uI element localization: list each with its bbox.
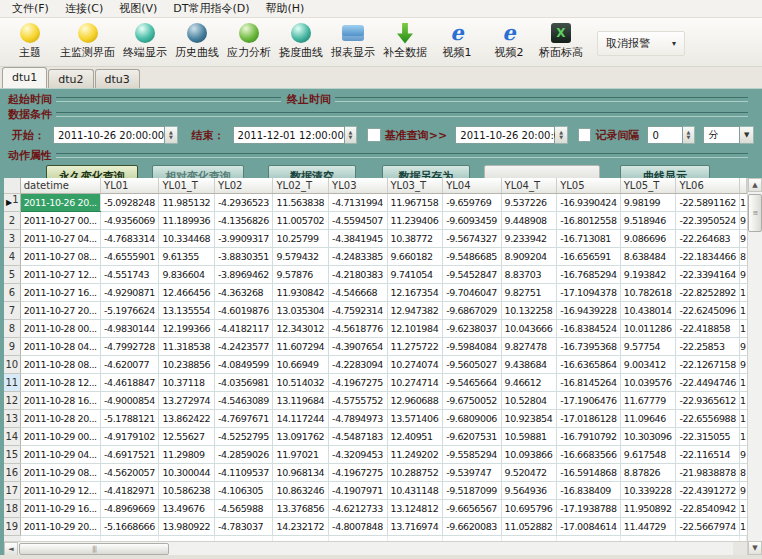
cell-YL02_T[interactable]: 14.117244 [273, 410, 329, 428]
cell-YL04[interactable]: -9.7046047 [443, 284, 501, 302]
toolbar-button-8[interactable]: e视频1 [431, 20, 483, 60]
cell-YL04[interactable]: -9.5452847 [443, 266, 501, 284]
cell-YL06[interactable]: -22.1834466 [676, 248, 740, 266]
cell-YL02_T[interactable]: 11.005702 [273, 212, 329, 230]
cell-YL03_T[interactable]: 9.741054 [387, 266, 443, 284]
cell-datetime[interactable]: 2011-10-28 16... [20, 392, 100, 410]
cell-YL02[interactable]: -4.2859026 [215, 446, 273, 464]
cell-YL01_T[interactable]: 12.55627 [159, 428, 215, 446]
cell-YL01_T[interactable]: 11.189936 [159, 212, 215, 230]
row-number[interactable]: 10 [4, 356, 20, 374]
row-number[interactable]: 19 [4, 518, 20, 536]
cell-YL04[interactable]: -9.6656567 [443, 500, 501, 518]
cell-YL06[interactable]: -22.3950524 [676, 212, 740, 230]
cell-YL05_T[interactable]: 8.638484 [620, 248, 676, 266]
column-header-YL06[interactable]: YL06 [676, 178, 740, 194]
cell-YL02_T[interactable]: 10.863246 [273, 482, 329, 500]
cell-YL03_T[interactable]: 10.38772 [387, 230, 443, 248]
cell-YL05[interactable]: -16.8012558 [557, 212, 621, 230]
cell-YL04_T[interactable]: 10.695796 [501, 500, 557, 518]
cell-YL06[interactable]: -22.264683 [676, 230, 740, 248]
cell-YL05[interactable]: -16.713081 [557, 230, 621, 248]
cell-YL02_T[interactable]: 10.514032 [273, 374, 329, 392]
cell-YL02_T[interactable]: 13.091762 [273, 428, 329, 446]
cell-YL05[interactable]: -17.1094378 [557, 284, 621, 302]
row-number[interactable]: 7 [4, 302, 20, 320]
cell-YL04[interactable]: -9.5984084 [443, 338, 501, 356]
cell-YL03[interactable]: -4.7592314 [329, 302, 387, 320]
cell-datetime[interactable]: 2011-10-27 08... [20, 248, 100, 266]
cell-YL03_T[interactable]: 12.947382 [387, 302, 443, 320]
toolbar-button-5[interactable]: 挠度曲线 [275, 20, 327, 60]
row-number[interactable]: ▶1 [4, 194, 20, 212]
cell-YL05_T[interactable]: 9.193842 [620, 266, 676, 284]
cell-YL06[interactable]: -22.6556988 [676, 410, 740, 428]
cancel-alarm-dropdown[interactable]: 取消报警▾ [597, 31, 685, 56]
menu-item-0[interactable]: 文件(F) [4, 0, 57, 17]
cell-YL01[interactable]: -4.9290871 [101, 284, 159, 302]
cell-YL06[interactable]: -22.25853 [676, 338, 740, 356]
cell-YL01_T[interactable]: 9.61355 [159, 248, 215, 266]
cell-YL04[interactable]: -9.5187099 [443, 482, 501, 500]
cell-YL03_T[interactable]: 11.967158 [387, 194, 443, 212]
cell-YL02_T[interactable]: 11.97021 [273, 446, 329, 464]
cell-YL05[interactable]: -16.8384524 [557, 320, 621, 338]
cell-datetime[interactable]: 2011-10-26 20... [20, 194, 100, 212]
cell-YL02[interactable]: -4.7697671 [215, 410, 273, 428]
cell-YL06[interactable]: -22.1267158 [676, 356, 740, 374]
cell-YL01_T[interactable]: 10.238856 [159, 356, 215, 374]
start-time-spinner[interactable]: ▲▼ [165, 126, 178, 144]
column-header-YL01[interactable]: YL01 [101, 178, 159, 194]
cell-datetime[interactable]: 2011-10-27 20... [20, 302, 100, 320]
cell-YL03[interactable]: -4.5594507 [329, 212, 387, 230]
cell-YL03_T[interactable]: 12.40951 [387, 428, 443, 446]
cell-YL04[interactable]: -9.6809006 [443, 410, 501, 428]
cell-YL03_T[interactable]: 12.101984 [387, 320, 443, 338]
toolbar-button-9[interactable]: e视频2 [483, 20, 535, 60]
row-number[interactable]: 17 [4, 482, 20, 500]
toolbar-button-3[interactable]: 历史曲线 [171, 20, 223, 60]
cell-datetime[interactable]: 2011-10-28 00... [20, 320, 100, 338]
tab-dtu2[interactable]: dtu2 [48, 69, 93, 88]
row-number[interactable]: 6 [4, 284, 20, 302]
horizontal-scrollbar[interactable]: ◄ ||| [4, 541, 733, 555]
row-number[interactable]: 15 [4, 446, 20, 464]
cell-YL04[interactable]: -9.5674327 [443, 230, 501, 248]
toolbar-button-6[interactable]: 报表显示 [327, 20, 379, 60]
cell-YL02_T[interactable]: 9.57876 [273, 266, 329, 284]
cell-YL06[interactable]: -21.9838878 [676, 464, 740, 482]
cell-YL03_T[interactable]: 11.275722 [387, 338, 443, 356]
cell-YL05[interactable]: -16.7910792 [557, 428, 621, 446]
cell-YL03_T[interactable]: 13.571406 [387, 410, 443, 428]
base-query-time-input[interactable]: 2011-10-26 20:00:00 [455, 126, 555, 144]
cell-YL02_T[interactable]: 10.968134 [273, 464, 329, 482]
cell-YL04_T[interactable]: 10.043666 [501, 320, 557, 338]
cell-YL04_T[interactable]: 9.564936 [501, 482, 557, 500]
cell-YL04[interactable]: -9.659769 [443, 194, 501, 212]
cell-YL01_T[interactable]: 11.985132 [159, 194, 215, 212]
cell-datetime[interactable]: 2011-10-27 04... [20, 230, 100, 248]
cell-YL01[interactable]: -4.4182971 [101, 482, 159, 500]
column-header-YL03[interactable]: YL03 [329, 178, 387, 194]
base-query-spinner[interactable]: ▲▼ [555, 126, 568, 144]
cell-YL01[interactable]: -4.5620057 [101, 464, 159, 482]
cell-YL02[interactable]: -4.783037 [215, 518, 273, 536]
cell-datetime[interactable]: 2011-10-29 20... [20, 518, 100, 536]
toolbar-button-2[interactable]: 终端显示 [119, 20, 171, 60]
cell-YL02_T[interactable]: 11.607294 [273, 338, 329, 356]
cell-YL03[interactable]: -4.3209453 [329, 446, 387, 464]
cell-YL02_T[interactable]: 11.930842 [273, 284, 329, 302]
cell-YL02[interactable]: -4.565988 [215, 500, 273, 518]
cell-YL05[interactable]: -16.7395368 [557, 338, 621, 356]
cell-YL05_T[interactable]: 9.518946 [620, 212, 676, 230]
cell-datetime[interactable]: 2011-10-27 12... [20, 266, 100, 284]
cell-YL02_T[interactable]: 11.563838 [273, 194, 329, 212]
cell-datetime[interactable]: 2011-10-28 04... [20, 338, 100, 356]
cell-YL05_T[interactable]: 9.003412 [620, 356, 676, 374]
cell-YL01[interactable]: -4.8969669 [101, 500, 159, 518]
cell-datetime[interactable]: 2011-10-29 00... [20, 428, 100, 446]
column-header-datetime[interactable]: datetime [20, 178, 100, 194]
cell-YL01_T[interactable]: 9.836604 [159, 266, 215, 284]
cell-YL05[interactable]: -17.1906476 [557, 392, 621, 410]
row-number[interactable]: 14 [4, 428, 20, 446]
